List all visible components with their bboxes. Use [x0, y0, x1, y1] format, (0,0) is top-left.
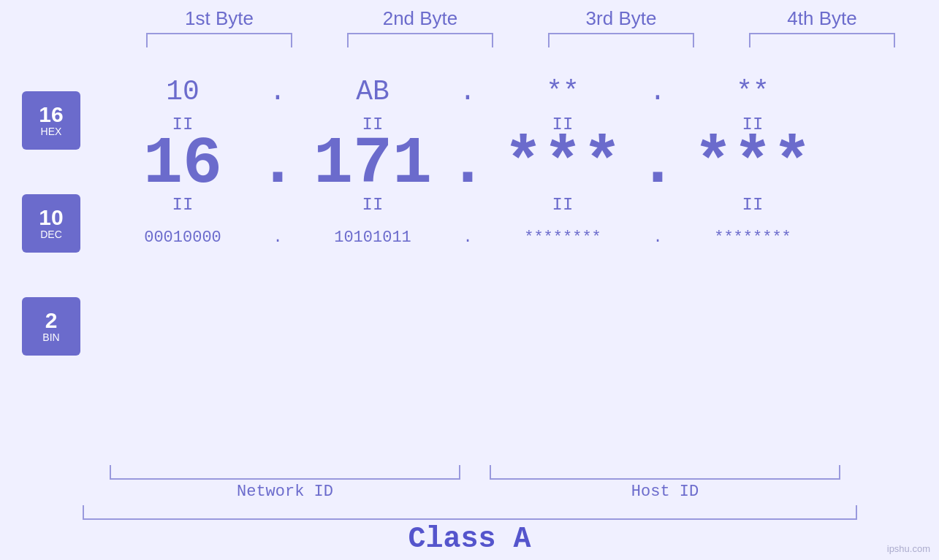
bottom-labels: Network ID Host ID: [110, 483, 913, 501]
byte-headers: 1st Byte 2nd Byte 3rd Byte 4th Byte: [119, 7, 923, 30]
data-rows: 10 . AB . ** . ** II II II II 16: [102, 55, 939, 465]
byte1-header: 1st Byte: [139, 7, 300, 30]
dec-dot3: .: [643, 127, 672, 202]
bin-row: 00010000 . 10101011 . ******** . *******…: [102, 215, 939, 259]
bottom-section: Network ID Host ID Class A: [0, 465, 939, 560]
bin-badge-label: BIN: [42, 331, 59, 343]
dec-dot1: .: [263, 127, 292, 202]
dec-byte1: 16: [102, 127, 263, 202]
hex-row: 10 . AB . ** . **: [102, 69, 939, 113]
bin-dot3: .: [643, 229, 672, 247]
hex-badge: 16 HEX: [22, 91, 80, 150]
dec-badge-number: 10: [39, 207, 63, 229]
class-footer: Class A: [0, 505, 939, 556]
bin-dot2: .: [453, 229, 482, 247]
eq-row-2: II II II II: [102, 193, 939, 215]
eq2-byte1: II: [102, 195, 263, 215]
byte3-header: 3rd Byte: [541, 7, 702, 30]
main-container: 1st Byte 2nd Byte 3rd Byte 4th Byte 16 H…: [0, 0, 939, 560]
class-label: Class A: [408, 523, 531, 556]
bin-byte2: 10101011: [292, 229, 453, 247]
top-bracket-row: [119, 33, 923, 47]
bracket-spacer: [460, 465, 490, 480]
left-labels: 16 HEX 10 DEC 2 BIN: [0, 55, 102, 465]
dec-badge: 10 DEC: [22, 194, 80, 253]
hex-badge-label: HEX: [41, 126, 62, 137]
byte3-top-bracket: [548, 33, 694, 47]
eq2-byte4: II: [672, 195, 833, 215]
dec-byte2: 171: [292, 127, 453, 202]
hex-badge-number: 16: [39, 104, 63, 126]
hex-byte1: 10: [102, 76, 263, 107]
network-bracket: [110, 465, 460, 480]
host-id-label: Host ID: [490, 483, 840, 501]
network-id-label: Network ID: [110, 483, 460, 501]
eq2-byte2: II: [292, 195, 453, 215]
hex-dot1: .: [263, 76, 292, 107]
dec-byte3: ***: [482, 127, 643, 202]
dec-byte4: ***: [672, 127, 833, 202]
dec-badge-label: DEC: [40, 229, 62, 240]
hex-dot3: .: [643, 76, 672, 107]
byte4-header: 4th Byte: [742, 7, 902, 30]
bottom-brackets: [110, 465, 913, 480]
content-area: 16 HEX 10 DEC 2 BIN 10 . AB . ** . **: [0, 55, 939, 465]
dec-row: 16 . 171 . *** . ***: [102, 135, 939, 193]
bin-byte1: 00010000: [102, 229, 263, 247]
hex-byte3: **: [482, 76, 643, 107]
host-bracket: [490, 465, 840, 480]
byte4-top-bracket: [749, 33, 895, 47]
watermark: ipshu.com: [887, 543, 930, 554]
bin-badge: 2 BIN: [22, 297, 80, 356]
class-bracket: [83, 505, 857, 520]
eq2-byte3: II: [482, 195, 643, 215]
hex-dot2: .: [453, 76, 482, 107]
byte2-top-bracket: [347, 33, 493, 47]
hex-byte2: AB: [292, 76, 453, 107]
hex-byte4: **: [672, 76, 833, 107]
host-id-spacer: [460, 483, 490, 501]
bin-badge-number: 2: [45, 310, 58, 331]
bin-byte4: ********: [672, 229, 833, 247]
bin-dot1: .: [263, 229, 292, 247]
byte2-header: 2nd Byte: [340, 7, 501, 30]
dec-dot2: .: [453, 127, 482, 202]
byte1-top-bracket: [146, 33, 292, 47]
bin-byte3: ********: [482, 229, 643, 247]
